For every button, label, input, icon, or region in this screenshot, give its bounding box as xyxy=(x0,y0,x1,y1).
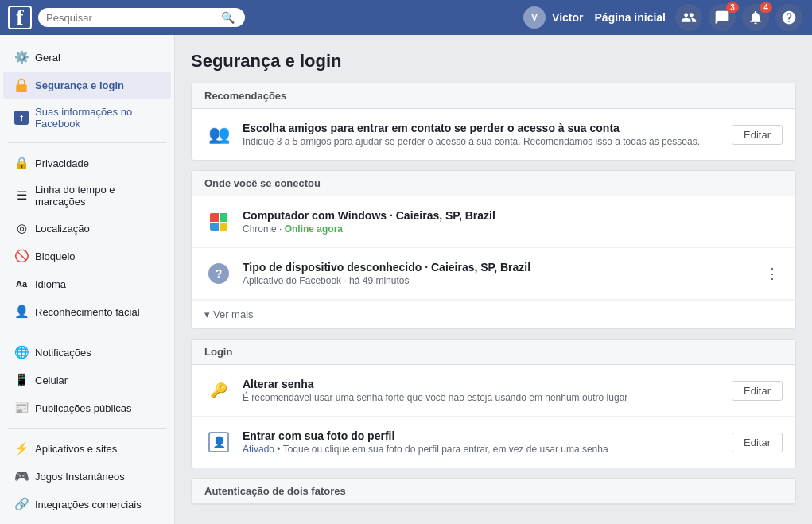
subtitle-plain-foto: • Toque ou clique em sua foto do perfil … xyxy=(274,444,608,455)
notifications-button[interactable]: 4 xyxy=(742,4,769,31)
face-icon: 👤 xyxy=(14,305,29,319)
sidebar-item-geral[interactable]: ⚙️ Geral xyxy=(3,44,171,71)
row-subtitle-windows: Chrome · Online agora xyxy=(243,223,783,235)
games-icon: 🎮 xyxy=(14,469,29,483)
sidebar-item-celular[interactable]: 📱 Celular xyxy=(3,367,171,394)
sidebar-item-privacidade[interactable]: 🔒 Privacidade xyxy=(3,149,171,177)
sidebar-label-reconhecimento: Reconhecimento facial xyxy=(35,306,140,318)
sidebar-label-integracoes: Integrações comerciais xyxy=(35,499,142,510)
section-header-autenticacao: Autenticação de dois fatores xyxy=(192,479,795,504)
row-escolha-amigos: 👥 Escolha amigos para entrar em contato … xyxy=(192,109,795,160)
integrations-icon: 🔗 xyxy=(14,497,29,511)
section-header-login: Login xyxy=(192,340,795,365)
row-content-unknown: Tipo de dispositivo desconhecido · Caiei… xyxy=(243,261,752,286)
sidebar-item-notificacoes[interactable]: 🌐 Notificações xyxy=(3,339,171,366)
sidebar-item-aplicativos[interactable]: ⚡ Aplicativos e sites xyxy=(3,435,171,462)
windows-icon xyxy=(204,208,233,236)
row-subtitle-unknown: Aplicativo do Facebook · há 49 minutos xyxy=(243,275,752,286)
sidebar-label-idioma: Idioma xyxy=(35,278,66,290)
sidebar-item-integracoes[interactable]: 🔗 Integrações comerciais xyxy=(3,491,171,518)
edit-button-senha[interactable]: Editar xyxy=(732,381,783,401)
sidebar-item-linha-do-tempo[interactable]: ☰ Linha do tempo e marcações xyxy=(3,177,171,214)
chevron-down-icon: ▾ xyxy=(204,309,210,320)
section-header-recomendacoes: Recomendações xyxy=(192,83,795,109)
row-title-foto: Entrar com sua foto do perfil xyxy=(243,429,722,442)
sidebar-item-jogos[interactable]: 🎮 Jogos Instantâneos xyxy=(3,463,171,490)
edit-button-foto[interactable]: Editar xyxy=(732,433,783,452)
row-content-foto: Entrar com sua foto do perfil Ativado • … xyxy=(243,429,722,455)
row-windows-device: Computador com Windows · Caieiras, SP, B… xyxy=(192,196,795,248)
sidebar-item-anuncios[interactable]: 📊 Anúncios xyxy=(3,518,171,524)
sidebar-label-publicacoes-publicas: Publicações públicas xyxy=(35,402,131,414)
sidebar-label-jogos: Jogos Instantâneos xyxy=(35,471,125,483)
question-icon: ? xyxy=(208,263,229,284)
sidebar-label-geral: Geral xyxy=(35,52,60,64)
sidebar-item-seguranca-login[interactable]: Segurança e login xyxy=(3,72,171,99)
sidebar-item-reconhecimento-facial[interactable]: 👤 Reconhecimento facial xyxy=(3,298,171,325)
profile-photo-icon: 👤 xyxy=(204,428,233,456)
section-header-onde-conectou: Onde você se conectou xyxy=(192,171,795,196)
sidebar-label-notificacoes: Notificações xyxy=(35,347,91,359)
card-recomendacoes: Recomendações 👥 Escolha amigos para entr… xyxy=(191,83,796,161)
gear-icon: ⚙️ xyxy=(14,50,29,64)
row-subtitle-senha: É recomendável usar uma senha forte que … xyxy=(243,392,722,403)
messages-badge: 3 xyxy=(726,2,739,13)
sidebar-label-localizacao: Localização xyxy=(35,223,90,235)
sidebar-item-localizacao[interactable]: ◎ Localização xyxy=(3,215,171,242)
sidebar: ⚙️ Geral Segurança e login f Suas inform… xyxy=(0,35,175,524)
ver-mais-button[interactable]: ▾ Ver mais xyxy=(192,300,795,328)
sidebar-label-celular: Celular xyxy=(35,375,68,386)
card-login: Login 🔑 Alterar senha É recomendável usa… xyxy=(191,339,796,468)
home-link[interactable]: Página inicial xyxy=(595,11,666,24)
subtitle-green-windows: Online agora xyxy=(285,223,343,235)
search-input[interactable] xyxy=(46,12,221,24)
sidebar-label-bloqueio: Bloqueio xyxy=(35,250,76,262)
more-button-unknown[interactable]: ⋮ xyxy=(762,262,783,285)
row-title-windows: Computador com Windows · Caieiras, SP, B… xyxy=(243,209,783,222)
sidebar-label-aplicativos: Aplicativos e sites xyxy=(35,443,117,455)
row-actions-senha: Editar xyxy=(732,381,783,401)
row-actions-escolha-amigos: Editar xyxy=(732,125,783,145)
sidebar-divider-1 xyxy=(8,142,166,143)
friends-button[interactable] xyxy=(675,4,702,31)
subtitle-plain-windows: Chrome · xyxy=(243,223,285,235)
edit-button-escolha-amigos[interactable]: Editar xyxy=(732,125,783,145)
sidebar-label-seguranca: Segurança e login xyxy=(35,80,124,91)
sidebar-label-linha: Linha do tempo e marcações xyxy=(35,184,160,208)
facebook-logo[interactable]: f xyxy=(8,6,32,29)
card-autenticacao: Autenticação de dois fatores xyxy=(191,478,796,505)
app-layout: ⚙️ Geral Segurança e login f Suas inform… xyxy=(0,35,812,524)
username-label[interactable]: Victor xyxy=(552,11,583,24)
row-unknown-device: ? Tipo de dispositivo desconhecido · Cai… xyxy=(192,248,795,300)
sidebar-item-publicacoes-publicas[interactable]: 📰 Publicações públicas xyxy=(3,394,171,421)
public-posts-icon: 📰 xyxy=(14,401,29,415)
location-icon: ◎ xyxy=(14,221,29,235)
header: f 🔍 V Victor Página inicial 3 4 xyxy=(0,0,812,35)
avatar[interactable]: V xyxy=(523,6,546,29)
row-alterar-senha: 🔑 Alterar senha É recomendável usar uma … xyxy=(192,365,795,417)
sidebar-label-suas-informacoes: Suas informações no Facebook xyxy=(35,106,160,130)
sidebar-item-bloqueio[interactable]: 🚫 Bloqueio xyxy=(3,243,171,270)
key-icon: 🔑 xyxy=(204,376,233,405)
help-button[interactable] xyxy=(775,4,802,31)
row-actions-unknown: ⋮ xyxy=(762,262,783,285)
card-onde-conectou: Onde você se conectou Computador com Win… xyxy=(191,170,796,329)
row-title-unknown: Tipo de dispositivo desconhecido · Caiei… xyxy=(243,261,752,274)
sidebar-item-idioma[interactable]: Aa Idioma xyxy=(3,270,171,297)
row-subtitle-escolha-amigos: Indique 3 a 5 amigos para ajudar se perd… xyxy=(243,136,722,147)
timeline-icon: ☰ xyxy=(14,188,29,203)
messages-button[interactable]: 3 xyxy=(709,4,736,31)
language-icon: Aa xyxy=(14,277,29,291)
fb-icon: f xyxy=(14,111,29,125)
row-subtitle-foto: Ativado • Toque ou clique em sua foto do… xyxy=(243,444,722,455)
privacy-icon: 🔒 xyxy=(14,156,29,170)
subtitle-blue-foto: Ativado xyxy=(243,444,274,455)
search-bar: 🔍 xyxy=(38,8,245,27)
sidebar-label-privacidade: Privacidade xyxy=(35,157,89,169)
sidebar-divider-3 xyxy=(8,428,166,429)
row-actions-foto: Editar xyxy=(732,433,783,452)
sidebar-item-suas-informacoes[interactable]: f Suas informações no Facebook xyxy=(3,99,171,136)
main-content: Segurança e login Recomendações 👥 Escolh… xyxy=(175,35,812,524)
row-title-senha: Alterar senha xyxy=(243,378,722,390)
right-nav: V Victor Página inicial 3 4 xyxy=(523,4,804,31)
